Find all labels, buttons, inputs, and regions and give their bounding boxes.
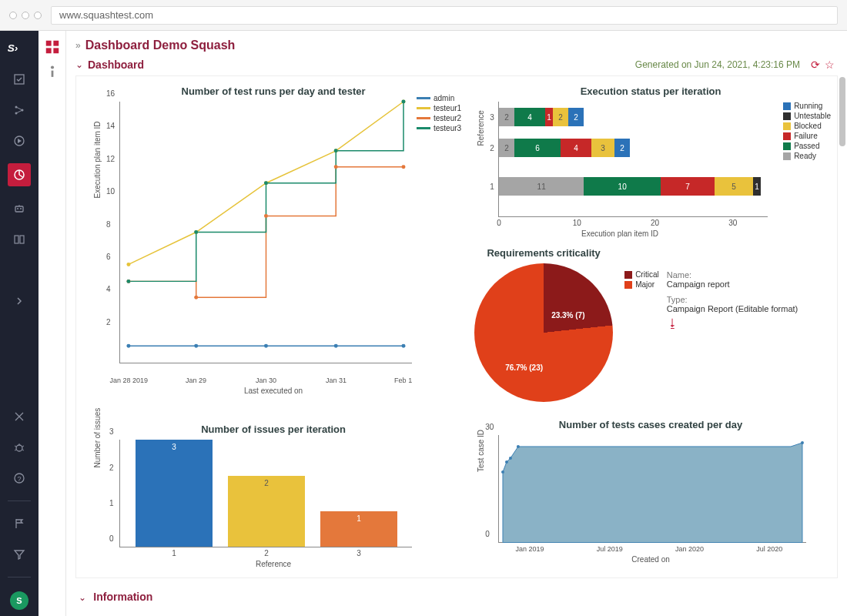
svg-point-46 [801, 441, 804, 444]
page-title: Dashboard Demo Squash [85, 38, 236, 52]
report-metadata: Name: Campaign report Type: Campaign Rep… [667, 270, 798, 410]
svg-point-26 [126, 263, 130, 266]
svg-point-40 [402, 100, 406, 104]
svg-rect-7 [15, 206, 23, 212]
stacked-bar-plot: Reference 3 2 1 0 10 20 30 2 4 1 2 [498, 102, 768, 217]
svg-point-38 [264, 181, 268, 185]
svg-rect-20 [51, 71, 53, 77]
nav-filter-icon[interactable] [11, 546, 28, 563]
browser-chrome: www.squashtest.com [0, 0, 847, 31]
svg-rect-17 [45, 48, 51, 53]
svg-text:S›: S› [8, 42, 18, 54]
svg-point-12 [16, 445, 22, 451]
svg-rect-11 [20, 236, 24, 243]
section-toggle-icon[interactable]: ⌄ [75, 59, 83, 70]
nav-reports-icon[interactable] [8, 163, 31, 186]
section-title-dashboard: Dashboard [88, 59, 144, 71]
app-logo-icon: S› [6, 38, 32, 57]
nav-tools-icon[interactable] [11, 408, 28, 425]
url-bar[interactable]: www.squashtest.com [51, 6, 838, 25]
svg-point-36 [126, 280, 130, 283]
svg-point-45 [517, 445, 520, 448]
svg-point-22 [194, 344, 198, 348]
svg-point-34 [334, 165, 338, 169]
svg-text:?: ? [18, 475, 22, 483]
favorite-icon[interactable]: ☆ [825, 59, 835, 71]
refresh-icon[interactable]: ⟳ [811, 59, 820, 71]
y-axis-label: Execution plan item ID [93, 121, 102, 198]
chart-title: Number of tests cases created per day [470, 419, 831, 430]
main-sidebar: S› ? S [0, 31, 38, 616]
svg-point-23 [264, 344, 268, 348]
window-dot [34, 12, 42, 19]
nav-flag-icon[interactable] [11, 515, 28, 532]
nav-testcases-icon[interactable] [11, 102, 28, 119]
nav-execution-icon[interactable] [11, 132, 28, 149]
chart-requirements-criticality: Requirements criticality 23.3% (7) 76.7%… [470, 247, 831, 410]
chart-title: Requirements criticality [470, 247, 617, 259]
subnav-info-icon[interactable] [44, 63, 61, 80]
chart-runs-per-day: Number of test runs per day and tester E… [85, 85, 461, 410]
chart-tests-created: Number of tests cases created per day Te… [470, 419, 831, 568]
x-axis-label: Last executed on [85, 387, 461, 395]
section-title-info: Information [93, 591, 152, 603]
svg-point-42 [501, 470, 504, 474]
nav-help-icon[interactable]: ? [11, 470, 28, 487]
line-chart-plot: Execution plan item ID 2 4 6 8 10 12 14 … [119, 102, 412, 363]
svg-rect-16 [53, 41, 59, 46]
svg-point-33 [264, 214, 268, 218]
subnav-dashboard-icon[interactable] [44, 38, 61, 55]
section-toggle-icon[interactable]: ⌄ [79, 592, 86, 603]
pie-chart [474, 263, 613, 402]
generated-timestamp: Generated on Jun 24, 2021, 4:23:16 PM [635, 59, 800, 70]
svg-point-19 [50, 65, 53, 69]
user-avatar[interactable]: S [10, 591, 28, 610]
window-controls [9, 12, 42, 19]
svg-point-25 [402, 344, 406, 348]
svg-point-32 [194, 296, 198, 300]
chart-title: Number of issues per iteration [85, 424, 461, 435]
main-content: » Dashboard Demo Squash ⌄ Dashboard Gene… [66, 31, 847, 616]
pie-legend: Critical Major [624, 270, 659, 410]
chart-issues-per-iteration: Number of issues per iteration Number of… [85, 424, 461, 568]
svg-rect-15 [45, 41, 51, 46]
nav-bugs-icon[interactable] [11, 439, 28, 456]
svg-point-37 [194, 230, 198, 234]
svg-rect-18 [53, 48, 59, 53]
nav-automation-icon[interactable] [11, 200, 28, 217]
scrollbar-thumb[interactable] [839, 77, 845, 146]
svg-point-39 [334, 149, 338, 152]
area-chart-plot: Test case ID 0 30 Jan 2019 Jul 2019 Jan … [498, 435, 806, 543]
svg-marker-41 [503, 443, 802, 543]
svg-point-35 [402, 165, 406, 169]
svg-rect-1 [15, 75, 24, 84]
download-icon[interactable]: ⭳ [667, 316, 678, 330]
bar-chart-plot: Number of issues 0 1 2 3 3 2 1 1 2 3 [119, 440, 412, 547]
collapse-panel-icon[interactable]: » [75, 40, 81, 51]
secondary-sidebar [38, 31, 66, 616]
nav-requirements-icon[interactable] [11, 71, 28, 88]
svg-point-9 [20, 208, 22, 209]
window-dot [22, 12, 29, 19]
svg-point-44 [509, 457, 512, 460]
nav-workspace-icon[interactable] [11, 231, 28, 248]
svg-point-43 [505, 460, 508, 464]
chart-execution-status: Execution status per iteration Reference… [470, 85, 831, 238]
chart-title: Number of test runs per day and tester [85, 85, 461, 97]
svg-point-24 [334, 344, 338, 348]
window-dot [9, 12, 17, 19]
svg-rect-10 [15, 236, 18, 243]
nav-expand-icon[interactable] [11, 293, 28, 310]
chart-title: Execution status per iteration [470, 85, 831, 97]
chart-legend: Running Untestable Blocked Failure Passe… [783, 102, 831, 217]
svg-point-21 [126, 344, 130, 348]
svg-point-8 [17, 208, 18, 209]
chart-legend: admin testeur1 testeur2 testeur3 [417, 94, 461, 363]
